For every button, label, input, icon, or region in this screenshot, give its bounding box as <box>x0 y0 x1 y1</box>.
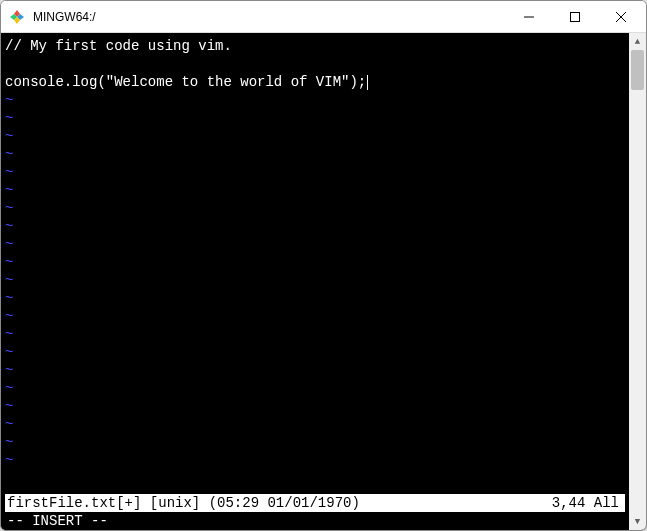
code-line[interactable]: // My first code using vim. <box>5 37 625 55</box>
empty-line-tilde: ~ <box>5 289 625 307</box>
window-title: MINGW64:/ <box>33 10 506 24</box>
empty-line-tilde: ~ <box>5 91 625 109</box>
empty-line-tilde: ~ <box>5 217 625 235</box>
content-area[interactable]: // My first code using vim.console.log("… <box>5 37 625 494</box>
empty-line-tilde: ~ <box>5 361 625 379</box>
scrollbar-thumb[interactable] <box>631 50 644 90</box>
close-button[interactable] <box>598 1 644 32</box>
maximize-button[interactable] <box>552 1 598 32</box>
empty-line-tilde: ~ <box>5 325 625 343</box>
empty-line-tilde: ~ <box>5 343 625 361</box>
empty-line-tilde: ~ <box>5 109 625 127</box>
empty-line-tilde: ~ <box>5 235 625 253</box>
code-line[interactable]: console.log("Welcome to the world of VIM… <box>5 73 625 91</box>
scrollbar[interactable]: ▲ ▼ <box>629 33 646 530</box>
empty-line-tilde: ~ <box>5 271 625 289</box>
empty-line-tilde: ~ <box>5 397 625 415</box>
status-position: 3,44 All <box>552 494 623 512</box>
empty-line-tilde: ~ <box>5 433 625 451</box>
terminal-window: MINGW64:/ // My first code using vim.con… <box>0 0 647 531</box>
titlebar[interactable]: MINGW64:/ <box>1 1 646 33</box>
terminal-body: // My first code using vim.console.log("… <box>1 33 646 530</box>
empty-line-tilde: ~ <box>5 451 625 469</box>
status-line: firstFile.txt[+] [unix] (05:29 01/01/197… <box>5 494 625 512</box>
text-cursor <box>367 75 368 90</box>
empty-line-tilde: ~ <box>5 415 625 433</box>
svg-rect-5 <box>571 12 580 21</box>
editor-viewport[interactable]: // My first code using vim.console.log("… <box>1 33 629 530</box>
empty-line-tilde: ~ <box>5 253 625 271</box>
empty-line-tilde: ~ <box>5 199 625 217</box>
empty-line-tilde: ~ <box>5 181 625 199</box>
mode-line: -- INSERT -- <box>5 512 625 530</box>
minimize-button[interactable] <box>506 1 552 32</box>
scrollbar-track[interactable] <box>629 50 646 513</box>
scroll-up-button[interactable]: ▲ <box>629 33 646 50</box>
empty-line-tilde: ~ <box>5 163 625 181</box>
empty-line-tilde: ~ <box>5 379 625 397</box>
status-filename: firstFile.txt[+] [unix] (05:29 01/01/197… <box>7 494 552 512</box>
app-icon <box>9 9 25 25</box>
scroll-down-button[interactable]: ▼ <box>629 513 646 530</box>
empty-line-tilde: ~ <box>5 307 625 325</box>
empty-line-tilde: ~ <box>5 127 625 145</box>
empty-line-tilde: ~ <box>5 145 625 163</box>
window-controls <box>506 1 644 32</box>
code-line[interactable] <box>5 55 625 73</box>
